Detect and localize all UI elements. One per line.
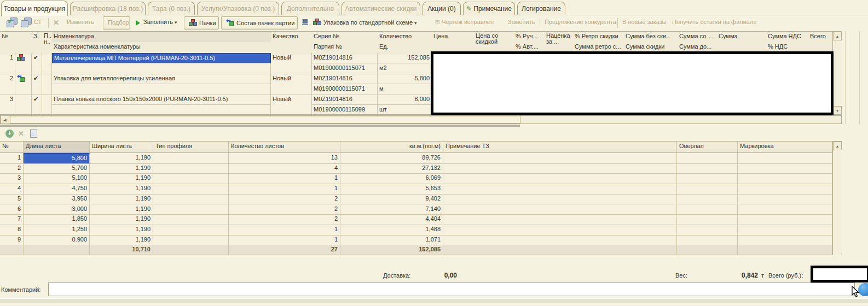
cell-width[interactable]: 1,190 xyxy=(90,163,153,174)
cell-width[interactable]: 1,190 xyxy=(90,225,153,235)
col-header-sheet-count[interactable]: Количество листов xyxy=(229,142,340,152)
cell-overlap[interactable] xyxy=(677,225,738,235)
row-check-cell[interactable]: ✔ xyxy=(32,74,42,95)
cell-width[interactable]: 1,190 xyxy=(90,153,153,163)
scroll-left-icon[interactable]: ◀ xyxy=(1,115,9,124)
cell-profile[interactable] xyxy=(153,153,229,163)
cell-width[interactable]: 1,190 xyxy=(90,204,153,215)
tab-promos[interactable]: Акции (0) xyxy=(423,2,461,15)
row-num[interactable]: 1 xyxy=(0,53,15,74)
cell-sqm[interactable]: 7,140 xyxy=(340,204,443,215)
col-header-sqm[interactable]: кв.м.(пог.м) xyxy=(340,142,443,152)
row-seria-cell[interactable]: M0Z19014816 xyxy=(312,95,378,105)
cell-num[interactable]: 6 xyxy=(0,204,24,215)
row-characteristic-cell[interactable] xyxy=(52,84,271,95)
cell-marking[interactable] xyxy=(738,214,832,225)
cell-sqm[interactable]: 1,488 xyxy=(340,225,443,235)
tab-logging[interactable]: Логирование xyxy=(517,2,565,15)
cell-overlap[interactable] xyxy=(677,153,738,163)
splitter-bar[interactable] xyxy=(0,125,520,127)
cell-profile[interactable] xyxy=(153,225,229,235)
stack-icon-button[interactable] xyxy=(302,19,309,26)
cell-count[interactable]: 2 xyxy=(229,204,340,215)
cell-count[interactable]: 13 xyxy=(229,153,340,163)
add-row-button[interactable]: + xyxy=(5,130,14,138)
cell-note[interactable] xyxy=(443,173,677,184)
row-qty-cell[interactable]: 5,800 xyxy=(378,74,432,84)
row-num[interactable]: 2 xyxy=(0,74,15,95)
col-header-width[interactable]: Ширина листа xyxy=(90,142,153,152)
hscroll-thumb[interactable] xyxy=(10,116,520,123)
col-header-length[interactable]: Длина листа xyxy=(24,142,90,152)
fill-button[interactable]: Заполнить ▾ xyxy=(143,19,177,28)
cell-count[interactable]: 1 xyxy=(229,225,340,235)
cell-length[interactable]: 3,950 xyxy=(24,194,90,204)
tab-goods-products[interactable]: Товары и продукция xyxy=(1,1,68,16)
cell-sqm[interactable]: 6,069 xyxy=(340,173,443,184)
cell-overlap[interactable] xyxy=(677,173,738,184)
row-partia-cell[interactable]: M01900000115071 xyxy=(312,63,378,74)
cell-sqm[interactable]: 27,132 xyxy=(340,163,443,174)
row-partia-cell[interactable]: M01900000115071 xyxy=(312,84,378,95)
cell-num[interactable]: 7 xyxy=(0,214,24,225)
cell-overlap[interactable] xyxy=(677,235,738,245)
std-pack-button[interactable]: Упаковка по стандартной схеме ▾ xyxy=(313,19,417,28)
post-icon-button[interactable]: ✓ xyxy=(7,17,18,27)
row-seria-cell[interactable]: M0Z19014816 xyxy=(312,74,378,84)
cell-count[interactable]: 1 xyxy=(229,184,340,194)
col-header-marking[interactable]: Маркировка xyxy=(738,142,832,152)
cell-length[interactable]: 3,000 xyxy=(24,204,90,215)
row-icon-cell[interactable]: ⬅ xyxy=(15,74,32,95)
cell-profile[interactable] xyxy=(153,184,229,194)
tab-services-packing[interactable]: Услуги/Упаковка (0 поз.) xyxy=(197,2,279,15)
cell-num[interactable]: 4 xyxy=(0,184,24,194)
cell-marking[interactable] xyxy=(738,173,832,184)
cell-count[interactable]: 2 xyxy=(229,214,340,225)
cell-length[interactable]: 0.900 xyxy=(24,235,90,245)
scroll-down-icon[interactable]: ▼ xyxy=(833,106,842,115)
row-p-cell[interactable] xyxy=(42,53,52,74)
tab-tare[interactable]: Тара (0 поз.) xyxy=(148,2,195,15)
delete-row-button[interactable]: ✕ xyxy=(53,19,59,28)
cell-note[interactable] xyxy=(443,225,677,235)
cell-marking[interactable] xyxy=(738,163,832,174)
cell-sqm[interactable]: 1,071 xyxy=(340,235,443,245)
row-characteristic-cell[interactable] xyxy=(52,105,271,115)
row-characteristic-cell[interactable] xyxy=(52,63,271,74)
cell-marking[interactable] xyxy=(738,194,832,204)
col-header-profile-type[interactable]: Тип профиля xyxy=(153,142,229,152)
row-icon-cell[interactable] xyxy=(15,53,32,74)
packs-button[interactable]: Пачки xyxy=(184,16,219,30)
cell-width[interactable]: 1,190 xyxy=(90,194,153,204)
cell-marking[interactable] xyxy=(738,235,832,245)
sheets-table-vscrollbar[interactable]: ▲ xyxy=(832,142,841,255)
pack-batch-button[interactable]: ⬅ Состав пачек партии xyxy=(221,16,298,30)
row-unit-cell[interactable]: м2 xyxy=(378,63,432,74)
row-check-cell[interactable]: ✔ xyxy=(32,53,42,74)
cell-length[interactable]: 5,100 xyxy=(24,173,90,184)
row-p-cell[interactable] xyxy=(42,95,52,115)
cell-profile[interactable] xyxy=(153,163,229,174)
cell-note[interactable] xyxy=(443,153,677,163)
cell-count[interactable]: 2 xyxy=(229,194,340,204)
cell-marking[interactable] xyxy=(738,204,832,215)
scroll-up-icon[interactable]: ▲ xyxy=(833,32,842,40)
row-quality-cell[interactable]: Новый xyxy=(271,95,312,115)
cell-marking[interactable] xyxy=(738,184,832,194)
row-unit-cell[interactable]: шт xyxy=(378,105,432,115)
cell-num[interactable]: 8 xyxy=(0,225,24,235)
cell-overlap[interactable] xyxy=(677,184,738,194)
row-qty-cell[interactable]: 8,000 xyxy=(378,95,432,105)
tab-additional[interactable]: Дополнительно xyxy=(281,2,339,15)
col-header-tz-note[interactable]: Примечание ТЗ xyxy=(443,142,677,152)
cell-profile[interactable] xyxy=(153,214,229,225)
cell-note[interactable] xyxy=(443,235,677,245)
pick-button[interactable]: Подбор xyxy=(103,16,130,30)
row-partia-cell[interactable]: M01900000115099 xyxy=(312,105,378,115)
cell-count[interactable]: 4 xyxy=(229,163,340,174)
row-quality-cell[interactable]: Новый xyxy=(271,53,312,74)
get-branch-rest-button[interactable]: Получить остатки на филиале xyxy=(672,19,757,28)
cell-length[interactable]: 1,850 xyxy=(24,214,90,225)
copy-layers-icon-button[interactable] xyxy=(21,17,32,27)
scroll-up-icon[interactable]: ▲ xyxy=(833,142,842,150)
